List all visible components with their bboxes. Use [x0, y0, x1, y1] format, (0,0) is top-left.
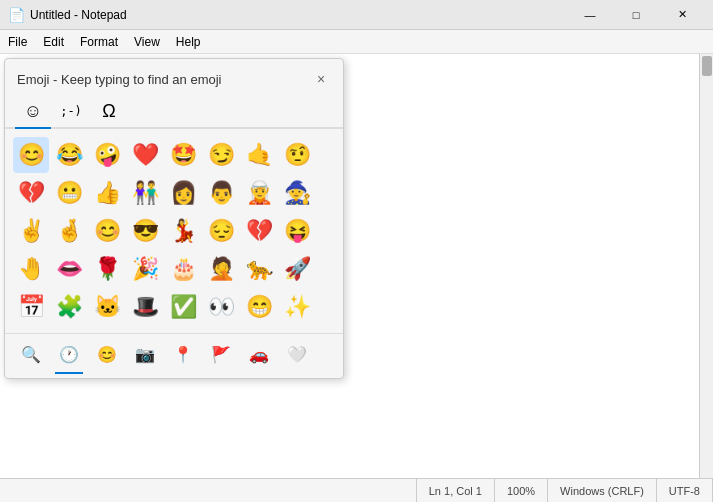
minimize-button[interactable]: —	[567, 0, 613, 30]
menu-file[interactable]: File	[0, 30, 35, 53]
statusbar-position: Ln 1, Col 1	[417, 479, 495, 502]
emoji-grid: 😊 😂 🤪 ❤️ 🤩 😏 🤙 🤨 💔 😬 👍 👫 👩 👨 🧝 🧙 ✌️ 🤞 😊 …	[5, 133, 343, 329]
emoji-category-tabs: ☺ ;-) Ω	[5, 95, 343, 129]
titlebar-title: Untitled - Notepad	[30, 8, 127, 22]
emoji-panel-title: Emoji - Keep typing to find an emoji	[17, 72, 222, 87]
scrollbar-right[interactable]	[699, 54, 713, 478]
emoji-cell[interactable]: 😂	[51, 137, 87, 173]
emoji-cell[interactable]: 🤚	[13, 251, 49, 287]
menu-edit[interactable]: Edit	[35, 30, 72, 53]
emoji-close-button[interactable]: ×	[311, 69, 331, 89]
emoji-cell[interactable]: 🤪	[89, 137, 125, 173]
emoji-cell[interactable]: ❤️	[127, 137, 163, 173]
emoji-cell[interactable]: 🤩	[165, 137, 201, 173]
emoji-tab-symbol[interactable]: Ω	[91, 95, 127, 127]
emoji-recent-tab[interactable]: 🕐	[51, 338, 87, 370]
emoji-cell[interactable]: 💔	[13, 175, 49, 211]
emoji-symbols-tab[interactable]: 🤍	[279, 338, 315, 370]
emoji-tab-smiley[interactable]: ☺	[15, 95, 51, 127]
emoji-smileys-tab[interactable]: 😊	[89, 338, 125, 370]
emoji-tab-emoticon[interactable]: ;-)	[53, 95, 89, 127]
editor-area: Emoji - Keep typing to find an emoji × ☺…	[0, 54, 713, 478]
emoji-cell[interactable]: 😝	[279, 213, 315, 249]
emoji-travel-tab[interactable]: 📍	[165, 338, 201, 370]
emoji-activities-tab[interactable]: 📷	[127, 338, 163, 370]
statusbar-spacer	[0, 479, 417, 502]
emoji-cell[interactable]: 👍	[89, 175, 125, 211]
emoji-cell[interactable]: 🤨	[279, 137, 315, 173]
emoji-panel-header: Emoji - Keep typing to find an emoji ×	[5, 59, 343, 95]
emoji-cell[interactable]: 💔	[241, 213, 277, 249]
emoji-cell[interactable]: 😎	[127, 213, 163, 249]
titlebar-controls: — □ ✕	[567, 0, 705, 30]
emoji-cell[interactable]: 😔	[203, 213, 239, 249]
emoji-cell[interactable]: 🤦	[203, 251, 239, 287]
emoji-flags-tab[interactable]: 🚩	[203, 338, 239, 370]
emoji-cell[interactable]: 🧙	[279, 175, 315, 211]
menubar: File Edit Format View Help	[0, 30, 713, 54]
emoji-cell[interactable]: 👀	[203, 289, 239, 325]
emoji-cell[interactable]: 🧩	[51, 289, 87, 325]
emoji-search-tab[interactable]: 🔍	[13, 338, 49, 370]
emoji-cell[interactable]: 😊	[89, 213, 125, 249]
emoji-cell[interactable]: 🎩	[127, 289, 163, 325]
emoji-cell[interactable]: 🐱	[89, 289, 125, 325]
emoji-cell[interactable]: 🤞	[51, 213, 87, 249]
menu-view[interactable]: View	[126, 30, 168, 53]
emoji-cell[interactable]: ✌️	[13, 213, 49, 249]
maximize-button[interactable]: □	[613, 0, 659, 30]
emoji-cell[interactable]: 🧝	[241, 175, 277, 211]
emoji-cell[interactable]: 👄	[51, 251, 87, 287]
menu-help[interactable]: Help	[168, 30, 209, 53]
titlebar-left: 📄 Untitled - Notepad	[8, 7, 127, 23]
emoji-cell[interactable]: 🎂	[165, 251, 201, 287]
statusbar-encoding: UTF-8	[657, 479, 713, 502]
emoji-cell[interactable]: 🤙	[241, 137, 277, 173]
statusbar-line-ending: Windows (CRLF)	[548, 479, 657, 502]
notepad-icon: 📄	[8, 7, 24, 23]
emoji-bottom-tabs: 🔍 🕐 😊 📷 📍 🚩 🚗 🤍	[5, 333, 343, 370]
close-button[interactable]: ✕	[659, 0, 705, 30]
titlebar: 📄 Untitled - Notepad — □ ✕	[0, 0, 713, 30]
menu-format[interactable]: Format	[72, 30, 126, 53]
emoji-cell[interactable]: 🐆	[241, 251, 277, 287]
statusbar: Ln 1, Col 1 100% Windows (CRLF) UTF-8	[0, 478, 713, 502]
emoji-cell[interactable]: 😊	[13, 137, 49, 173]
emoji-cell[interactable]: ✅	[165, 289, 201, 325]
emoji-cell[interactable]: 💃	[165, 213, 201, 249]
emoji-cell[interactable]: 👩	[165, 175, 201, 211]
emoji-cell[interactable]: 🌹	[89, 251, 125, 287]
emoji-cell[interactable]: 😏	[203, 137, 239, 173]
scrollbar-thumb[interactable]	[702, 56, 712, 76]
emoji-cell[interactable]: 😁	[241, 289, 277, 325]
emoji-cell[interactable]: 😬	[51, 175, 87, 211]
emoji-cell[interactable]: 👨	[203, 175, 239, 211]
emoji-cell[interactable]: 📅	[13, 289, 49, 325]
emoji-panel: Emoji - Keep typing to find an emoji × ☺…	[4, 58, 344, 379]
emoji-cell[interactable]: 🎉	[127, 251, 163, 287]
statusbar-zoom: 100%	[495, 479, 548, 502]
emoji-cell[interactable]: ✨	[279, 289, 315, 325]
emoji-cell[interactable]: 🚀	[279, 251, 315, 287]
emoji-objects-tab[interactable]: 🚗	[241, 338, 277, 370]
emoji-cell[interactable]: 👫	[127, 175, 163, 211]
